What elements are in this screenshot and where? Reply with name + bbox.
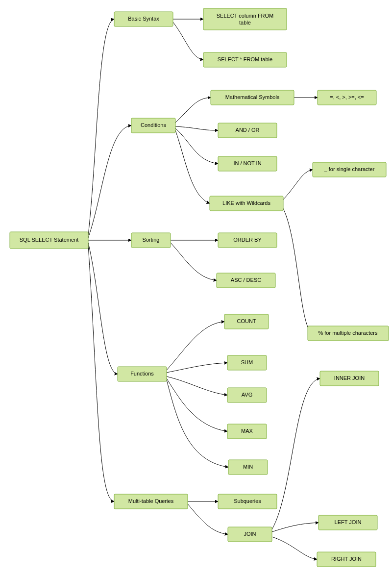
- node-left-join: LEFT JOIN: [318, 515, 377, 530]
- label-ascdesc: ASC / DESC: [231, 277, 261, 283]
- node-sym-list: =, <, >, >=, <=: [318, 90, 376, 105]
- node-select-star: SELECT * FROM table: [203, 52, 287, 67]
- edge: [272, 537, 317, 559]
- node-max: MAX: [227, 424, 267, 439]
- label-and-or: AND / OR: [236, 127, 260, 133]
- node-root: SQL SELECT Statement: [10, 232, 88, 249]
- node-like: LIKE with Wildcards: [210, 196, 283, 211]
- label-math-symbols: Mathematical Symbols: [225, 94, 280, 100]
- node-functions: Functions: [118, 367, 167, 381]
- edge: [167, 363, 227, 373]
- node-join: JOIN: [228, 527, 272, 542]
- edge: [88, 245, 114, 501]
- edge: [175, 128, 218, 164]
- node-and-or: AND / OR: [218, 123, 277, 138]
- node-select-col: SELECT column FROM table: [203, 8, 287, 30]
- label-underscore: _ for single character: [324, 166, 375, 172]
- node-ascdesc: ASC / DESC: [217, 273, 275, 288]
- node-avg: AVG: [227, 388, 267, 402]
- label-orderby: ORDER BY: [233, 237, 262, 243]
- label-max: MAX: [241, 428, 253, 434]
- node-basic-syntax: Basic Syntax: [114, 12, 173, 26]
- label-avg: AVG: [242, 392, 252, 398]
- edge: [88, 19, 114, 235]
- node-subqueries: Subqueries: [218, 494, 277, 509]
- edge: [167, 322, 224, 370]
- edge: [171, 243, 217, 280]
- edge: [175, 130, 210, 203]
- label-min: MIN: [243, 464, 253, 470]
- node-percent: % for multiple characters: [308, 326, 389, 341]
- label-inner-join: INNER JOIN: [334, 375, 365, 381]
- node-sum: SUM: [227, 355, 267, 370]
- label-right-join: RIGHT JOIN: [331, 556, 362, 562]
- edge: [272, 523, 318, 532]
- label-basic-syntax: Basic Syntax: [128, 16, 159, 22]
- label-in-notin: IN / NOT IN: [233, 160, 261, 166]
- label-subqueries: Subqueries: [234, 498, 261, 504]
- node-conditions: Conditions: [131, 118, 175, 133]
- edge: [88, 243, 118, 374]
- edge: [175, 98, 211, 123]
- edge: [88, 125, 131, 238]
- label-sorting: Sorting: [143, 237, 160, 243]
- label-root: SQL SELECT Statement: [20, 237, 78, 243]
- edge: [272, 378, 320, 529]
- node-right-join: RIGHT JOIN: [317, 552, 376, 567]
- label-select-star: SELECT * FROM table: [218, 56, 272, 62]
- label-join: JOIN: [244, 531, 256, 537]
- node-inner-join: INNER JOIN: [320, 371, 379, 386]
- label-sum: SUM: [241, 359, 253, 365]
- label-multi: Multi-table Queries: [128, 498, 174, 504]
- label-select-col-l1: SELECT column FROM: [217, 13, 274, 19]
- label-count: COUNT: [237, 318, 256, 324]
- node-sorting: Sorting: [131, 233, 171, 248]
- node-count: COUNT: [224, 314, 269, 329]
- label-percent: % for multiple characters: [318, 330, 378, 336]
- node-in-notin: IN / NOT IN: [218, 156, 277, 171]
- label-conditions: Conditions: [141, 122, 166, 128]
- node-math-symbols: Mathematical Symbols: [211, 90, 294, 105]
- node-underscore: _ for single character: [313, 162, 386, 177]
- edge: [282, 170, 313, 201]
- diagram-canvas: SQL SELECT Statement Basic Syntax SELECT…: [0, 0, 392, 576]
- label-functions: Functions: [130, 371, 154, 376]
- edge: [175, 126, 218, 130]
- node-multi: Multi-table Queries: [114, 494, 188, 509]
- node-orderby: ORDER BY: [218, 233, 277, 248]
- node-min: MIN: [228, 460, 268, 475]
- edge: [173, 22, 203, 60]
- label-like: LIKE with Wildcards: [222, 200, 270, 206]
- label-left-join: LEFT JOIN: [335, 519, 362, 525]
- edge: [282, 206, 313, 333]
- label-sym-list: =, <, >, >=, <=: [330, 94, 364, 100]
- label-select-col-l2: table: [239, 20, 251, 25]
